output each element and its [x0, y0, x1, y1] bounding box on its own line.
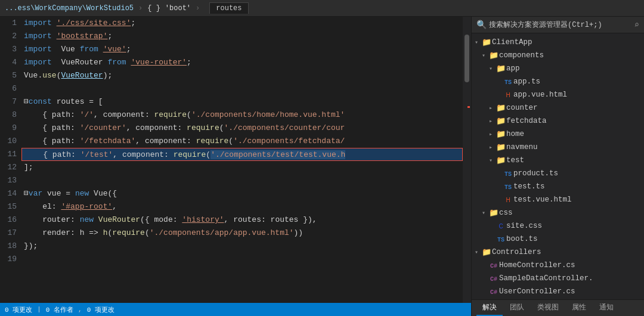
solution-explorer-title: 搜索解决方案资源管理器(Ctrl+;) [489, 20, 632, 30]
breadcrumb-func-name: 'boot' [165, 4, 191, 13]
tree-item-label: fetchdata [506, 117, 642, 125]
status-sep1: | [37, 306, 41, 313]
status-items: 0 项更改 [87, 305, 114, 314]
code-editor[interactable]: 12345678910111213141516171819 import './… [0, 17, 471, 303]
tree-item-label: counter [506, 104, 642, 112]
bottom-tab-团队[interactable]: 团队 [504, 300, 530, 316]
tree-item-icon-html: H [503, 196, 513, 205]
tree-item-site-css[interactable]: Csite.css [472, 219, 644, 233]
tree-item-app-ts[interactable]: TSapp.ts [472, 75, 644, 88]
code-line: import 'bootstrap'; [21, 30, 463, 43]
tree-item-label: Controllers [492, 248, 642, 256]
code-line: import Vue from 'vue'; [21, 43, 463, 56]
tree-item-label: HomeController.cs [499, 261, 642, 269]
tree-item-boot-ts[interactable]: TSboot.ts [472, 233, 644, 246]
code-line: ⊟const routes = [ [21, 95, 463, 109]
code-line: Vue.use(VueRouter); [21, 69, 463, 82]
bottom-tab-属性[interactable]: 属性 [566, 300, 592, 316]
tree-item-icon-cs: C# [488, 287, 499, 296]
code-line: ]; [21, 161, 463, 174]
file-tree[interactable]: ▾📁ClientApp▾📁components▾📁appTSapp.tsHapp… [472, 33, 644, 299]
code-line: }); [21, 240, 463, 253]
tree-item-label: boot.ts [506, 235, 642, 243]
scroll-thumb[interactable] [465, 35, 469, 82]
tree-item-icon-ts: TS [503, 78, 513, 86]
tree-item-components[interactable]: ▾📁components [472, 49, 644, 62]
tree-item-label: navmenu [506, 143, 642, 151]
tree-item-label: components [499, 51, 642, 60]
code-line: { path: '/counter', component: require('… [21, 122, 463, 135]
tree-item-navmenu[interactable]: ▸📁navmenu [472, 141, 644, 154]
tree-item-label: ClientApp [492, 38, 642, 47]
code-line [21, 174, 463, 187]
code-line: { path: '/test', component: require('./c… [21, 148, 463, 161]
tree-item-icon-ts: TS [503, 169, 513, 178]
tree-item-app-vue-html[interactable]: Happ.vue.html [472, 88, 644, 101]
status-changes: 0 项更改 [5, 305, 32, 314]
search-action-icon[interactable]: ⌕ [634, 20, 639, 30]
bottom-tab-通知[interactable]: 通知 [593, 300, 620, 316]
scroll-marker [467, 106, 470, 108]
tree-item-icon-folder-open: 📁 [481, 247, 492, 257]
code-line: render: h => h(require('./components/app… [21, 227, 463, 240]
status-authors: 0 名作者 [46, 305, 73, 314]
tree-item-label: SampleDataController. [499, 274, 642, 283]
code-content[interactable]: import './css/site.css';import 'bootstra… [21, 17, 463, 303]
tree-item-label: test.ts [513, 182, 642, 191]
tree-item-test[interactable]: ▾📁test [472, 154, 644, 167]
tree-item-HomeController-cs[interactable]: C#HomeController.cs [472, 259, 644, 272]
tree-item-icon-folder-closed: 📁 [496, 142, 506, 152]
tree-item-test-vue-html[interactable]: Htest.vue.html [472, 193, 644, 206]
code-line [21, 82, 463, 95]
tree-item-icon-css: C [496, 222, 506, 231]
tree-item-label: home [506, 130, 642, 138]
code-line [21, 253, 463, 266]
tree-item-icon-folder-open: 📁 [496, 156, 506, 165]
tree-item-home[interactable]: ▸📁home [472, 128, 644, 141]
tree-item-app[interactable]: ▾📁app [472, 62, 644, 75]
tree-item-Controllers[interactable]: ▾📁Controllers [472, 246, 644, 259]
tree-item-UserController-cs[interactable]: C#UserController.cs [472, 285, 644, 298]
breadcrumb-func-indicator: { } [147, 4, 160, 13]
code-scrollbar[interactable] [463, 17, 471, 303]
tree-item-icon-html: H [503, 91, 513, 100]
tree-item-icon-folder-open: 📁 [481, 38, 492, 47]
main-content: 12345678910111213141516171819 import './… [0, 17, 644, 316]
bottom-tabs: 解决团队类视图属性通知 [472, 299, 644, 316]
code-line: { path: '/fetchdata', component: require… [21, 135, 463, 148]
tree-item-ClientApp[interactable]: ▾📁ClientApp [472, 36, 644, 49]
code-line: router: new VueRouter({ mode: 'history',… [21, 213, 463, 227]
tree-item-icon-folder-closed: 📁 [496, 129, 506, 139]
tree-item-product-ts[interactable]: TSproduct.ts [472, 167, 644, 180]
tree-item-SampleDataController-[interactable]: C#SampleDataController. [472, 272, 644, 285]
tree-item-label: UserController.cs [499, 287, 642, 296]
tree-item-icon-cs: C# [488, 261, 499, 270]
tree-item-label: test.vue.html [513, 196, 642, 204]
breadcrumb-sep2: › [196, 4, 200, 13]
tree-item-counter[interactable]: ▸📁counter [472, 101, 644, 114]
tree-item-fetchdata[interactable]: ▸📁fetchdata [472, 114, 644, 128]
tree-item-icon-folder-open: 📁 [488, 51, 499, 60]
breadcrumb-sep1: › [138, 4, 143, 13]
tree-item-label: app [506, 64, 642, 73]
tree-item-test-ts[interactable]: TStest.ts [472, 180, 644, 193]
bottom-tab-解决[interactable]: 解决 [476, 300, 503, 316]
tree-item-label: product.ts [513, 169, 642, 178]
status-sep2: , [78, 306, 82, 313]
code-panel: 12345678910111213141516171819 import './… [0, 17, 471, 316]
tree-item-icon-ts: TS [496, 235, 506, 244]
tree-item-icon-folder-open: 📁 [488, 208, 499, 218]
tree-item-label: css [499, 209, 642, 217]
tree-item-icon-folder-closed: 📁 [496, 116, 506, 126]
tree-item-label: app.ts [513, 78, 642, 86]
search-icon: 🔍 [476, 20, 487, 30]
code-line: el: '#app-root', [21, 200, 463, 213]
code-line: { path: '/', component: require('./compo… [21, 109, 463, 122]
right-panel: 🔍 搜索解决方案资源管理器(Ctrl+;) ⌕ ▾📁ClientApp▾📁com… [471, 17, 644, 316]
active-tab[interactable]: routes [209, 2, 248, 14]
tree-item-icon-folder-closed: 📁 [496, 103, 506, 113]
bottom-tab-类视图[interactable]: 类视图 [531, 300, 565, 316]
tree-item-label: app.vue.html [513, 91, 642, 99]
code-line: import './css/site.css'; [21, 17, 463, 30]
tree-item-css[interactable]: ▾📁css [472, 206, 644, 219]
